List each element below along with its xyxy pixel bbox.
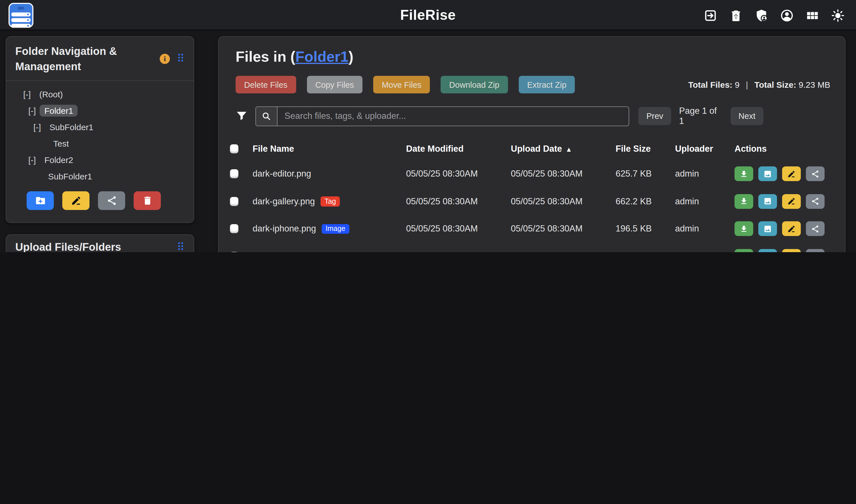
filter-funnel-icon[interactable] — [235, 110, 248, 122]
apps-grid-icon[interactable] — [805, 8, 819, 22]
share-file-button[interactable] — [806, 221, 825, 236]
date-modified-cell: 05/05/25 08:30AM — [406, 224, 511, 234]
restore-trash-icon[interactable] — [729, 8, 743, 22]
logout-icon[interactable] — [703, 8, 717, 22]
col-file-name[interactable]: File Name — [252, 144, 406, 154]
download-icon — [740, 197, 748, 206]
admin-shield-icon[interactable] — [754, 8, 768, 22]
edit-pencil-icon — [787, 197, 796, 206]
row-checkbox[interactable] — [230, 197, 239, 206]
row-actions — [735, 249, 834, 252]
toolbar-button-download-zip[interactable]: Download Zip — [441, 76, 508, 93]
uploader-cell: admin — [675, 251, 735, 252]
tree-expand-marker[interactable]: [-] — [33, 122, 41, 132]
col-file-size[interactable]: File Size — [616, 144, 675, 154]
toolbar-button-copy-files[interactable]: Copy Files — [307, 76, 363, 93]
drag-handle-icon[interactable]: ⠿ — [177, 53, 185, 64]
row-checkbox[interactable] — [230, 169, 239, 179]
select-all-checkbox[interactable] — [230, 144, 239, 154]
row-actions — [735, 167, 834, 181]
download-file-button[interactable] — [735, 249, 753, 252]
rename-file-button[interactable] — [782, 167, 801, 181]
share-file-button[interactable] — [806, 167, 825, 181]
table-row: dark-login.png 05/05/25 08:30AM 05/05/25… — [230, 242, 834, 252]
rename-file-button[interactable] — [782, 249, 801, 252]
folder-tree-item[interactable]: Test — [6, 135, 194, 152]
create-folder-button[interactable] — [27, 191, 54, 210]
tree-folder-label[interactable]: Folder1 — [40, 105, 78, 116]
edit-pencil-icon — [787, 170, 796, 178]
preview-image-button[interactable] — [758, 249, 777, 252]
file-badge: Image — [322, 224, 349, 234]
col-uploader[interactable]: Uploader — [675, 144, 735, 154]
tree-folder-label[interactable]: (Root) — [35, 88, 67, 100]
info-icon[interactable]: i — [160, 53, 170, 64]
preview-image-button[interactable] — [758, 221, 777, 236]
col-upload-date[interactable]: Upload Date▲ — [511, 144, 616, 154]
image-icon — [764, 197, 772, 206]
download-file-button[interactable] — [735, 167, 753, 181]
toolbar-button-extract-zip[interactable]: Extract Zip — [519, 76, 575, 93]
uploader-cell: admin — [675, 224, 735, 234]
folder-nav-title: Folder Navigation & Management — [15, 43, 143, 74]
tree-expand-marker[interactable]: [-] — [28, 106, 36, 115]
file-name[interactable]: dark-login.png — [252, 251, 308, 252]
file-table-body: dark-editor.png 05/05/25 08:30AM 05/05/2… — [230, 160, 834, 252]
file-size-cell: 625.7 KB — [616, 169, 675, 179]
prev-page-button[interactable]: Prev — [639, 107, 671, 125]
row-checkbox[interactable] — [230, 224, 239, 233]
date-modified-cell: 05/05/25 08:30AM — [406, 169, 511, 179]
upload-header: Upload Files/Folders ⠿ — [6, 235, 194, 252]
search-input[interactable] — [278, 107, 629, 125]
rename-file-button[interactable] — [782, 194, 801, 209]
file-table: File Name Date Modified Upload Date▲ Fil… — [230, 138, 834, 252]
edit-pencil-icon — [70, 195, 81, 206]
folder-nav-panel: Folder Navigation & Management i ⠿ [-] (… — [6, 36, 194, 223]
tree-folder-label[interactable]: SubFolder1 — [43, 170, 97, 182]
folder-tree-item[interactable]: [-] (Root) — [6, 86, 194, 103]
tree-folder-label[interactable]: Test — [49, 138, 73, 149]
drag-handle-icon[interactable]: ⠿ — [177, 242, 185, 252]
tree-folder-label[interactable]: Folder2 — [40, 154, 78, 166]
file-name[interactable]: dark-gallery.png — [252, 196, 315, 206]
uploader-cell: admin — [675, 169, 735, 179]
toolbar-button-move-files[interactable]: Move Files — [373, 76, 430, 93]
user-profile-icon[interactable] — [780, 8, 794, 22]
toolbar-button-delete-files[interactable]: Delete Files — [235, 76, 296, 93]
share-folder-button[interactable] — [98, 191, 125, 210]
file-name[interactable]: dark-editor.png — [252, 169, 311, 179]
preview-image-button[interactable] — [758, 167, 777, 181]
delete-folder-button[interactable] — [134, 191, 161, 210]
folder-tree-item[interactable]: [-] Folder2 — [6, 152, 194, 168]
share-icon — [811, 225, 820, 233]
file-size-cell: 196.5 KB — [616, 224, 675, 234]
preview-image-button[interactable] — [758, 194, 777, 209]
file-toolbar: Delete FilesCopy FilesMove FilesDownload… — [235, 76, 834, 93]
file-table-header: File Name Date Modified Upload Date▲ Fil… — [230, 138, 834, 160]
col-date-modified[interactable]: Date Modified — [406, 144, 511, 154]
file-name[interactable]: dark-iphone.png — [252, 224, 316, 234]
light-mode-sun-icon[interactable] — [831, 8, 845, 22]
share-file-button[interactable] — [806, 249, 825, 252]
col-actions: Actions — [735, 144, 834, 154]
download-file-button[interactable] — [735, 194, 753, 209]
download-file-button[interactable] — [735, 221, 753, 236]
folder-tree-item[interactable]: SubFolder1 — [6, 168, 194, 184]
table-row: dark-iphone.pngImage 05/05/25 08:30AM 05… — [230, 215, 834, 242]
file-size-cell: 146.0 KB — [616, 251, 675, 252]
title-prefix: Files in ( — [235, 48, 295, 65]
tree-expand-marker[interactable]: [-] — [28, 155, 36, 165]
row-actions — [735, 221, 834, 236]
tree-folder-label[interactable]: SubFolder1 — [45, 121, 98, 133]
rename-folder-button[interactable] — [62, 191, 89, 210]
rename-file-button[interactable] — [782, 221, 801, 236]
current-folder-link[interactable]: Folder1 — [295, 48, 349, 65]
tree-expand-marker[interactable]: [-] — [23, 89, 31, 99]
folder-tree-item[interactable]: [-] Folder1 — [6, 103, 194, 119]
folder-tree-item[interactable]: [-] SubFolder1 — [6, 119, 194, 135]
top-bar: FileRise — [0, 0, 856, 31]
share-file-button[interactable] — [806, 194, 825, 209]
file-badge: Tag — [320, 196, 340, 206]
upload-date-cell: 05/05/25 08:30AM — [511, 251, 616, 252]
next-page-button[interactable]: Next — [731, 107, 764, 125]
